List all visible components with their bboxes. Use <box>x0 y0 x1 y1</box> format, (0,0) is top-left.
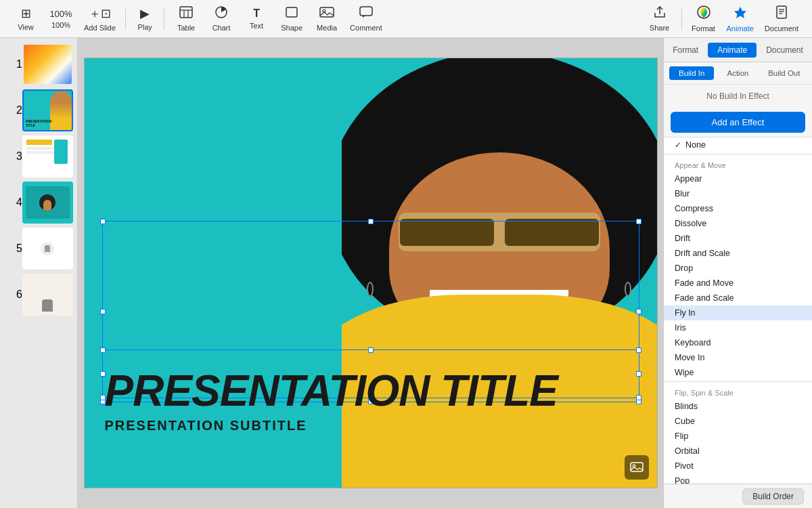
text-label: Text <box>250 22 263 30</box>
effect-keyboard[interactable]: Keyboard <box>664 335 812 350</box>
toolbar-comment[interactable]: Comment <box>344 1 388 37</box>
slide-number-5: 5 <box>16 242 22 255</box>
format-label: Format <box>692 24 715 33</box>
slide-text-area: PRESENTATION TITLE PRESENTATION SUBTITLE <box>85 356 657 447</box>
toolbar-media[interactable]: Media <box>309 1 344 37</box>
add-slide-icon: ＋⊡ <box>89 5 111 22</box>
toolbar-view[interactable]: ⊞ View <box>8 1 43 37</box>
tab-format[interactable]: Format <box>663 43 708 58</box>
effect-cube[interactable]: Cube <box>664 414 812 429</box>
slide-number-1: 1 <box>16 58 22 70</box>
slide-panel: 1 2 PRESENTATIONTITLE 3 <box>0 38 78 508</box>
slide-thumb-1[interactable]: 1 <box>4 43 73 85</box>
effect-fade-and-scale[interactable]: Fade and Scale <box>664 291 812 305</box>
effect-blinds[interactable]: Blinds <box>664 399 812 414</box>
shape-icon <box>285 6 298 22</box>
play-label: Play <box>137 23 152 31</box>
toolbar-animate[interactable]: Animate <box>721 1 759 37</box>
slide-thumb-3[interactable]: 3 <box>4 135 73 177</box>
shape-label: Shape <box>281 24 302 32</box>
document-icon <box>775 5 788 22</box>
toolbar-table[interactable]: Table <box>168 1 204 37</box>
toolbar-play[interactable]: ▶ Play <box>130 1 160 37</box>
separator-2 <box>164 8 164 30</box>
add-slide-label: Add Slide <box>84 24 116 32</box>
effect-iris[interactable]: Iris <box>664 320 812 335</box>
effect-fly-in[interactable]: Fly In <box>664 305 812 320</box>
zoom-label: 100% <box>51 21 70 29</box>
tab-document[interactable]: Document <box>757 43 812 58</box>
section-flip-spin-scale: Flip, Spin & Scale <box>664 383 812 399</box>
toolbar-shape[interactable]: Shape <box>274 1 309 37</box>
no-build-label: No Build In Effect <box>664 85 812 108</box>
slide-number-2: 2 <box>16 104 22 117</box>
chart-label: Chart <box>212 24 231 32</box>
separator-1 <box>125 8 126 30</box>
add-effect-button[interactable]: Add an Effect <box>671 112 805 133</box>
svg-rect-15 <box>631 463 643 471</box>
svg-rect-11 <box>777 6 786 18</box>
toolbar-format[interactable]: Format <box>686 1 721 37</box>
effect-pivot[interactable]: Pivot <box>664 459 812 473</box>
effect-none[interactable]: None <box>664 137 812 152</box>
effect-drift-and-scale[interactable]: Drift and Scale <box>664 246 812 261</box>
animate-label: Animate <box>727 24 754 33</box>
media-icon <box>319 6 334 22</box>
view-label: View <box>18 23 34 31</box>
toolbar-share[interactable]: Share <box>642 1 677 37</box>
canvas-area: PRESENTATION TITLE PRESENTATION SUBTITLE <box>78 38 663 508</box>
chart-icon <box>215 6 228 22</box>
slide-thumb-5[interactable]: 5 <box>4 228 73 270</box>
slide-title: PRESENTATION TITLE <box>105 369 637 412</box>
effect-blur[interactable]: Blur <box>664 186 812 201</box>
slide-thumb-4[interactable]: 4 <box>4 182 73 224</box>
effect-pop[interactable]: Pop <box>664 473 812 484</box>
svg-point-16 <box>633 465 635 467</box>
slide-thumb-6[interactable]: 6 <box>4 274 73 316</box>
svg-rect-6 <box>320 7 334 17</box>
table-icon <box>179 6 193 22</box>
tab-action[interactable]: Action <box>715 66 760 80</box>
canvas-media-icon[interactable] <box>625 455 649 480</box>
build-order-button[interactable]: Build Order <box>742 488 804 505</box>
effect-drift[interactable]: Drift <box>664 231 812 246</box>
svg-rect-5 <box>286 7 297 17</box>
slide-number-3: 3 <box>16 150 22 163</box>
slide-thumb-2[interactable]: 2 PRESENTATIONTITLE <box>4 89 73 131</box>
toolbar-document[interactable]: Document <box>759 1 804 37</box>
share-label: Share <box>650 24 669 32</box>
toolbar-zoom[interactable]: 100% 100% <box>43 1 78 37</box>
slide-canvas: PRESENTATION TITLE PRESENTATION SUBTITLE <box>84 58 658 488</box>
toolbar-chart[interactable]: Chart <box>204 1 239 37</box>
effect-drop[interactable]: Drop <box>664 261 812 276</box>
animate-panel: No Build In Effect Add an Effect None Ap… <box>664 85 812 484</box>
effect-dissolve[interactable]: Dissolve <box>664 216 812 231</box>
tab-build-in[interactable]: Build In <box>669 66 714 80</box>
media-label: Media <box>317 24 337 32</box>
effect-flip[interactable]: Flip <box>664 429 812 444</box>
main-area: 1 2 PRESENTATIONTITLE 3 <box>0 38 812 508</box>
toolbar-add-slide[interactable]: ＋⊡ Add Slide <box>78 1 121 37</box>
tab-build-out[interactable]: Build Out <box>762 66 807 80</box>
effect-wipe[interactable]: Wipe <box>664 365 812 380</box>
effect-fade-and-move[interactable]: Fade and Move <box>664 276 812 291</box>
comment-label: Comment <box>350 24 382 32</box>
svg-rect-8 <box>360 7 372 16</box>
slide-subtitle: PRESENTATION SUBTITLE <box>105 418 637 433</box>
effect-compress[interactable]: Compress <box>664 201 812 216</box>
toolbar: ⊞ View 100% 100% ＋⊡ Add Slide ▶ Play Tab… <box>0 0 812 38</box>
effect-appear[interactable]: Appear <box>664 171 812 186</box>
section-appear-move: Appear & Move <box>664 156 812 171</box>
document-label: Document <box>765 24 798 33</box>
slide-number-4: 4 <box>16 196 22 209</box>
format-icon <box>696 5 711 22</box>
effect-orbital[interactable]: Orbital <box>664 444 812 459</box>
text-icon: T <box>253 7 260 20</box>
tab-animate[interactable]: Animate <box>708 43 757 58</box>
toolbar-text[interactable]: T Text <box>239 1 274 37</box>
effect-move-in[interactable]: Move In <box>664 350 812 365</box>
slide-number-6: 6 <box>16 289 22 301</box>
build-tabs: Build In Action Build Out <box>664 62 812 85</box>
top-panel-tabs: Format Animate Document <box>664 38 812 62</box>
divider-flip <box>664 381 812 382</box>
